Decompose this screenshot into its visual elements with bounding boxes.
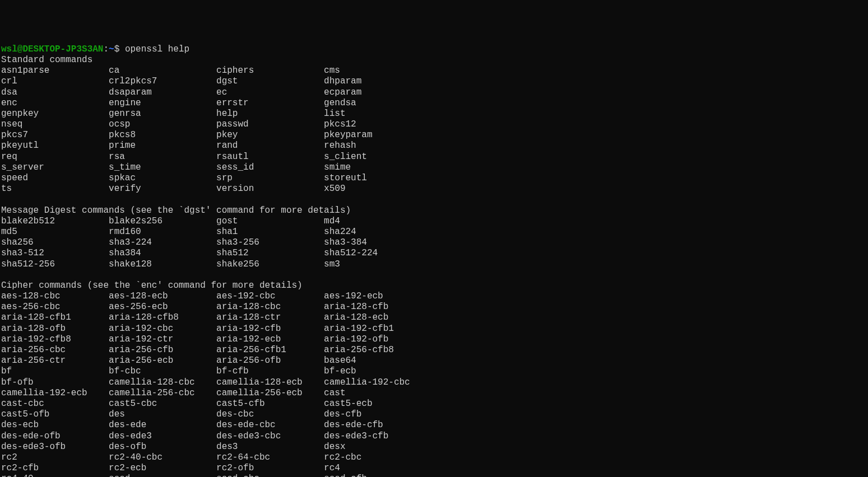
command-cell: list: [324, 109, 431, 119]
command-cell: des3: [216, 442, 324, 452]
command-cell: pkcs12: [324, 119, 431, 130]
command-cell: aria-256-ctr: [1, 356, 109, 366]
command-cell: base64: [324, 356, 431, 366]
command-cell: aria-192-cfb1: [324, 324, 431, 334]
command-cell: md5: [1, 227, 109, 237]
command-cell: engine: [109, 98, 216, 109]
command-cell: cast5-ofb: [1, 409, 109, 420]
command-cell: cast5-cbc: [109, 399, 216, 409]
command-cell: aria-192-ctr: [109, 334, 216, 345]
command-row: des-ecbdes-ededes-ede-cbcdes-ede-cfb: [1, 420, 868, 431]
command-cell: aes-128-cbc: [1, 291, 109, 302]
command-cell: ts: [1, 184, 109, 194]
command-cell: aes-192-cbc: [216, 291, 324, 302]
command-cell: cast5-ecb: [324, 399, 431, 409]
command-cell: req: [1, 152, 109, 162]
command-cell: aria-192-ofb: [324, 334, 431, 345]
command-cell: sha256: [1, 237, 109, 248]
command-cell: rand: [216, 141, 324, 151]
command-row: aria-192-cfb8aria-192-ctraria-192-ecbari…: [1, 334, 868, 345]
terminal-output[interactable]: wsl@DESKTOP-JP3S3AN:~$ openssl helpStand…: [1, 44, 868, 477]
command-cell: aria-192-cfb8: [1, 334, 109, 345]
blank-line: [1, 270, 868, 280]
command-row: des-ede-ofbdes-ede3des-ede3-cbcdes-ede3-…: [1, 431, 868, 442]
command-cell: camellia-128-ecb: [216, 377, 324, 388]
command-row: s_servers_timesess_idsmime: [1, 162, 868, 173]
command-cell: cms: [324, 66, 431, 76]
command-cell: ec: [216, 87, 324, 98]
command-cell: dgst: [216, 76, 324, 87]
command-cell: genpkey: [1, 109, 109, 119]
command-cell: pkcs7: [1, 130, 109, 141]
command-cell: des-ofb: [109, 442, 216, 452]
command-cell: spkac: [109, 173, 216, 184]
command-cell: aria-128-cbc: [216, 302, 324, 312]
command-cell: rc2-ofb: [216, 463, 324, 474]
command-cell: rc2-cbc: [324, 452, 431, 463]
command-cell: rmd160: [109, 227, 216, 237]
command-cell: sha1: [216, 227, 324, 237]
prompt-path: ~: [109, 44, 114, 54]
command-cell: sha512: [216, 248, 324, 259]
command-cell: blake2b512: [1, 216, 109, 227]
command-cell: des-ede3-ofb: [1, 442, 109, 452]
prompt-line: wsl@DESKTOP-JP3S3AN:~$ openssl help: [1, 44, 868, 55]
command-row: cast5-ofbdesdes-cbcdes-cfb: [1, 409, 868, 420]
command-row: bf-ofbcamellia-128-cbccamellia-128-ecbca…: [1, 377, 868, 388]
command-row: encengineerrstrgendsa: [1, 98, 868, 109]
command-cell: ecparam: [324, 87, 431, 98]
command-row: pkeyutlprimerandrehash: [1, 141, 868, 151]
command-cell: aria-192-cbc: [109, 324, 216, 334]
command-cell: camellia-256-ecb: [216, 388, 324, 399]
command-cell: bf-cfb: [216, 366, 324, 377]
command-row: aria-128-ofbaria-192-cbcaria-192-cfbaria…: [1, 324, 868, 334]
command-cell: rc2-64-cbc: [216, 452, 324, 463]
command-cell: seed-cbc: [216, 474, 324, 477]
command-cell: cast: [324, 388, 431, 399]
command-cell: aria-192-ecb: [216, 334, 324, 345]
prompt-dollar: $: [114, 44, 120, 54]
command-cell: s_time: [109, 162, 216, 173]
command-cell: bf-ecb: [324, 366, 431, 377]
command-cell: dsaparam: [109, 87, 216, 98]
command-cell: help: [216, 109, 324, 119]
command-cell: bf: [1, 366, 109, 377]
command-cell: bf-cbc: [109, 366, 216, 377]
command-cell: sha3-224: [109, 237, 216, 248]
command-cell: crl: [1, 76, 109, 87]
command-cell: enc: [1, 98, 109, 109]
command-cell: gost: [216, 216, 324, 227]
command-cell: rc2-40-cbc: [109, 452, 216, 463]
command-cell: des-cbc: [216, 409, 324, 420]
command-cell: rc2-ecb: [109, 463, 216, 474]
command-cell: camellia-192-cbc: [324, 377, 431, 388]
command-cell: des-ede3-cbc: [216, 431, 324, 442]
command-cell: shake128: [109, 259, 216, 270]
command-cell: aria-128-ctr: [216, 312, 324, 323]
command-cell: dsa: [1, 87, 109, 98]
command-row: sha256sha3-224sha3-256sha3-384: [1, 237, 868, 248]
command-cell: rehash: [324, 141, 431, 151]
command-row: aria-128-cfb1aria-128-cfb8aria-128-ctrar…: [1, 312, 868, 323]
command-cell: aes-256-cbc: [1, 302, 109, 312]
command-cell: seed-cfb: [324, 474, 431, 477]
command-cell: blake2s256: [109, 216, 216, 227]
command-cell: desx: [324, 442, 431, 452]
command-cell: ocsp: [109, 119, 216, 130]
blank-line: [1, 194, 868, 205]
command-cell: cast5-cfb: [216, 399, 324, 409]
command-cell: sha3-256: [216, 237, 324, 248]
command-cell: des-ede: [109, 420, 216, 431]
command-cell: md4: [324, 216, 431, 227]
command-cell: camellia-128-cbc: [109, 377, 216, 388]
command-cell: srp: [216, 173, 324, 184]
command-cell: version: [216, 184, 324, 194]
command-row: speedspkacsrpstoreutl: [1, 173, 868, 184]
command-cell: ca: [109, 66, 216, 76]
command-cell: cast-cbc: [1, 399, 109, 409]
command-cell: aria-256-cfb8: [324, 345, 431, 356]
command-row: tsverifyversionx509: [1, 184, 868, 194]
command-cell: aria-256-ofb: [216, 356, 324, 366]
command-cell: aria-256-cbc: [1, 345, 109, 356]
command-row: aria-256-cbcaria-256-cfbaria-256-cfb1ari…: [1, 345, 868, 356]
